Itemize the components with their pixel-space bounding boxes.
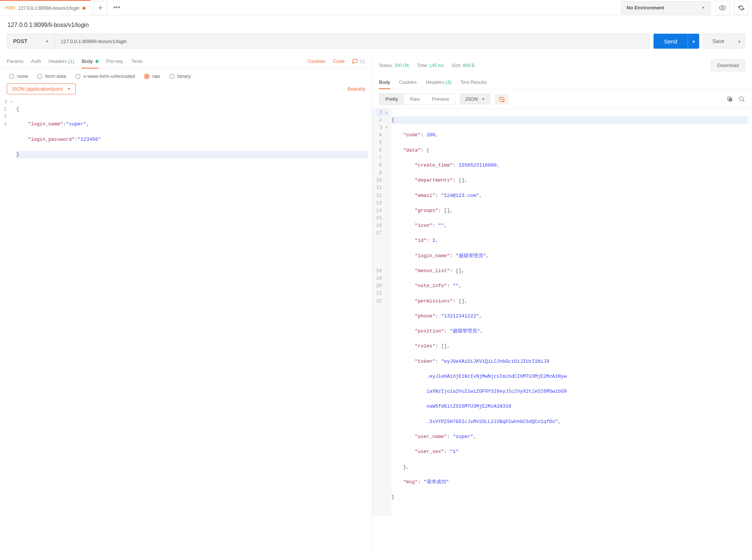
wrap-lines-button[interactable] bbox=[495, 94, 508, 104]
tab-auth[interactable]: Auth bbox=[31, 55, 41, 68]
request-tabs: Params Auth Headers (1) Body Pre-req. Te… bbox=[0, 54, 372, 69]
copy-icon bbox=[727, 96, 733, 103]
radio-urlencoded[interactable]: x-www-form-urlencoded bbox=[75, 73, 135, 79]
settings-button[interactable] bbox=[734, 1, 748, 15]
search-icon bbox=[739, 96, 745, 103]
radio-binary[interactable]: binary bbox=[169, 73, 191, 79]
svg-point-3 bbox=[739, 97, 743, 101]
url-input[interactable]: 127.0.0.1:8099/li-boss/v1/login bbox=[55, 34, 650, 49]
wrap-icon bbox=[498, 96, 505, 102]
method-dropdown[interactable]: POST ▼ bbox=[7, 34, 55, 49]
cookies-link[interactable]: Cookies bbox=[308, 58, 325, 64]
response-size: 809 B bbox=[463, 63, 474, 68]
line-gutter: 1 ▾ 2 3 ▾ 4 5 6 7 8 9 10 11 12 13 14 15 … bbox=[372, 109, 391, 516]
comment-icon bbox=[352, 58, 358, 64]
radio-form-data[interactable]: form-data bbox=[37, 73, 66, 79]
new-tab-button[interactable]: + bbox=[93, 1, 107, 15]
code-link[interactable]: Code bbox=[333, 58, 345, 64]
view-raw[interactable]: Raw bbox=[404, 94, 426, 104]
method-badge: POST bbox=[5, 6, 15, 10]
svg-point-0 bbox=[722, 7, 724, 9]
page-title: 127.0.0.1:8099/li-boss/v1/login bbox=[0, 16, 752, 34]
beautify-link[interactable]: Beautify bbox=[348, 86, 365, 92]
tab-tests[interactable]: Tests bbox=[131, 55, 142, 68]
body-type-selector: none form-data x-www-form-urlencoded raw… bbox=[0, 69, 372, 83]
response-toolbar: Pretty Raw Preview JSON ▼ bbox=[372, 89, 752, 109]
chevron-down-icon: ▼ bbox=[737, 40, 741, 44]
dots-icon: ••• bbox=[113, 4, 121, 12]
save-dropdown[interactable]: ▼ bbox=[734, 34, 745, 49]
status-code: 200 OK bbox=[394, 63, 410, 68]
resp-tab-headers[interactable]: Headers (4) bbox=[426, 76, 452, 88]
environment-preview-button[interactable] bbox=[715, 1, 730, 15]
url-value: 127.0.0.1:8099/li-boss/v1/login bbox=[61, 39, 127, 44]
chevron-down-icon: ▼ bbox=[701, 6, 705, 10]
send-button[interactable]: Send bbox=[654, 34, 688, 49]
resp-headers-count: (4) bbox=[445, 79, 451, 85]
tab-options-button[interactable]: ••• bbox=[110, 1, 124, 15]
request-bar: POST ▼ 127.0.0.1:8099/li-boss/v1/login S… bbox=[0, 34, 752, 54]
headers-count: (1) bbox=[68, 58, 74, 64]
comments-link[interactable]: (0) bbox=[352, 58, 365, 64]
save-button[interactable]: Save bbox=[703, 34, 734, 49]
search-button[interactable] bbox=[739, 96, 745, 103]
download-button[interactable]: Download bbox=[711, 59, 745, 71]
plus-icon: + bbox=[98, 3, 103, 13]
resp-tab-cookies[interactable]: Cookies bbox=[399, 76, 417, 88]
line-gutter: 1 ▾ 2 3 4 bbox=[0, 98, 16, 173]
radio-none[interactable]: none bbox=[9, 73, 28, 79]
unsaved-dot-icon bbox=[82, 7, 85, 10]
tab-prerequest[interactable]: Pre-req. bbox=[106, 55, 124, 68]
body-indicator-icon bbox=[95, 60, 98, 63]
eye-icon bbox=[719, 4, 726, 12]
chevron-down-icon: ▼ bbox=[45, 39, 49, 43]
view-preview[interactable]: Preview bbox=[426, 94, 455, 104]
tab-params[interactable]: Params bbox=[7, 55, 24, 68]
view-pretty[interactable]: Pretty bbox=[379, 94, 404, 104]
chevron-down-icon: ▼ bbox=[482, 97, 485, 101]
resp-tab-body[interactable]: Body bbox=[379, 76, 390, 89]
chevron-down-icon: ▼ bbox=[692, 40, 695, 44]
tab-body[interactable]: Body bbox=[82, 55, 98, 69]
view-mode-segment: Pretty Raw Preview bbox=[379, 93, 455, 105]
tab-headers[interactable]: Headers (1) bbox=[49, 55, 75, 68]
request-tab[interactable]: POST 127.0.0.1:8099/li-boss/v1/login bbox=[0, 0, 91, 15]
chevron-down-icon: ▼ bbox=[67, 87, 71, 91]
svg-rect-1 bbox=[729, 98, 732, 101]
environment-dropdown[interactable]: No Environment ▼ bbox=[621, 1, 711, 15]
format-dropdown[interactable]: JSON ▼ bbox=[460, 94, 490, 104]
request-body-editor[interactable]: 1 ▾ 2 3 4 { "login_name":"super", "login… bbox=[0, 98, 372, 173]
env-label: No Environment bbox=[627, 5, 664, 10]
resp-tab-tests[interactable]: Test Results bbox=[460, 76, 487, 88]
response-time: 145 ms bbox=[429, 63, 444, 68]
send-dropdown[interactable]: ▼ bbox=[688, 34, 699, 49]
gear-icon bbox=[737, 4, 745, 12]
response-tabs: Body Cookies Headers (4) Test Results bbox=[372, 75, 752, 89]
response-body-viewer[interactable]: 1 ▾ 2 3 ▾ 4 5 6 7 8 9 10 11 12 13 14 15 … bbox=[372, 109, 752, 516]
radio-raw[interactable]: raw bbox=[144, 73, 160, 79]
response-status-bar: Status: 200 OK Time: 145 ms Size: 809 B … bbox=[372, 54, 752, 75]
tab-url: 127.0.0.1:8099/li-boss/v1/login bbox=[18, 6, 79, 11]
content-type-dropdown[interactable]: JSON (application/json) ▼ bbox=[7, 83, 76, 94]
method-value: POST bbox=[13, 38, 27, 44]
top-tab-bar: POST 127.0.0.1:8099/li-boss/v1/login + •… bbox=[0, 0, 752, 16]
copy-button[interactable] bbox=[727, 96, 733, 103]
